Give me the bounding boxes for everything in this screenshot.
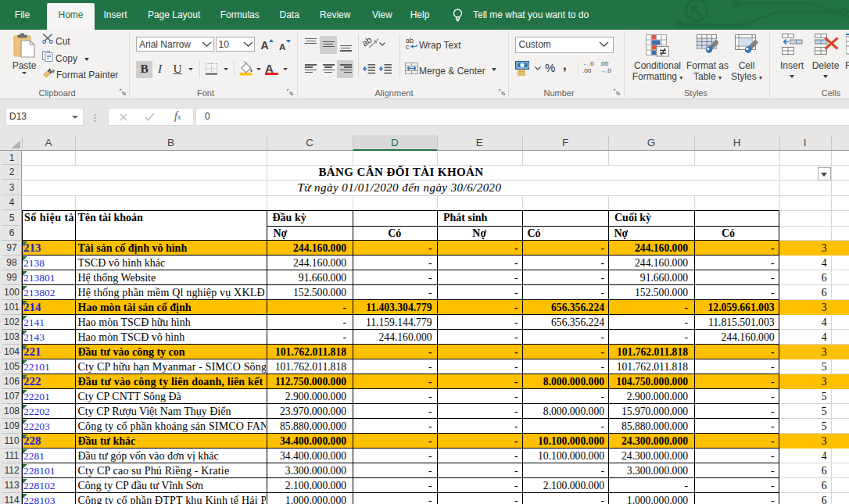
svg-text:c: c (406, 43, 410, 50)
